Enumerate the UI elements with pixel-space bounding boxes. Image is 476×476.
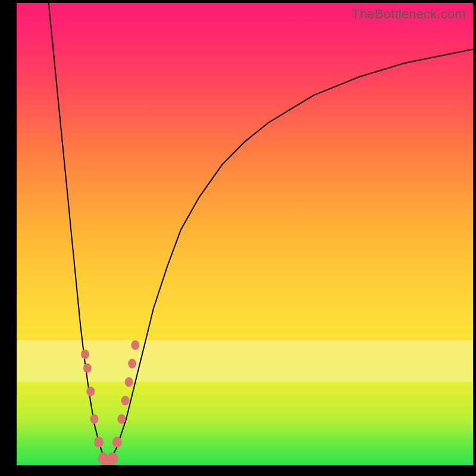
chart-frame: TheBottleneck.com (0, 0, 476, 476)
valley-marker (98, 452, 109, 465)
plot-area: TheBottleneck.com (17, 3, 473, 465)
valley-markers (81, 340, 139, 465)
valley-marker (86, 387, 95, 396)
valley-marker (94, 437, 104, 447)
valley-marker (83, 364, 92, 373)
right-ascending-curve (108, 49, 473, 465)
valley-marker (112, 437, 122, 447)
valley-marker (121, 396, 130, 405)
valley-marker (102, 457, 113, 465)
valley-marker (128, 359, 136, 368)
valley-marker (131, 340, 139, 350)
left-descending-curve (49, 3, 108, 465)
valley-marker (107, 452, 118, 465)
valley-marker (90, 414, 98, 424)
valley-marker (125, 377, 133, 387)
valley-marker (117, 414, 126, 424)
pale-band-overlay (17, 340, 473, 382)
curves-svg (17, 3, 473, 465)
watermark-text: TheBottleneck.com (352, 7, 466, 22)
valley-marker (81, 349, 89, 359)
